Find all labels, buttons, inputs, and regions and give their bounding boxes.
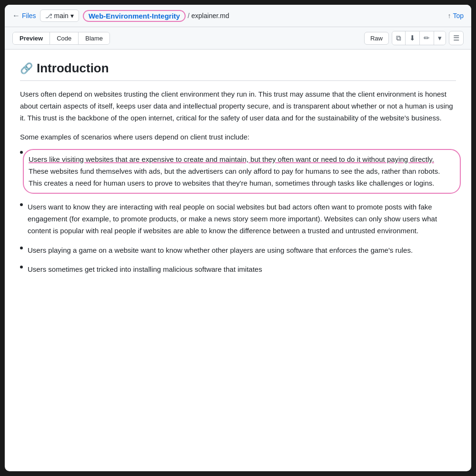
branch-dropdown-icon: ▾ bbox=[70, 12, 74, 20]
breadcrumb: Web-Environment-Integrity / explainer.md bbox=[83, 10, 444, 22]
intro-paragraph: Users often depend on websites trusting … bbox=[20, 89, 456, 124]
download-button[interactable]: ⬇ bbox=[406, 31, 420, 45]
file-content: 🔗 Introduction Users often depend on web… bbox=[5, 50, 471, 295]
heading-text: Introduction bbox=[37, 61, 109, 76]
list-intro-text: Some examples of scenarios where users d… bbox=[20, 131, 456, 143]
tab-preview[interactable]: Preview bbox=[13, 32, 50, 44]
bullet-icon bbox=[20, 266, 23, 268]
list-item: Users like visiting websites that are ex… bbox=[20, 149, 456, 194]
files-label: Files bbox=[22, 12, 36, 20]
list-item-text: Users playing a game on a website want t… bbox=[28, 245, 413, 257]
bullet-icon bbox=[20, 203, 23, 206]
edit-dropdown-button[interactable]: ▾ bbox=[434, 31, 446, 45]
bullet-icon bbox=[20, 247, 23, 249]
branch-selector[interactable]: ⎇ main ▾ bbox=[40, 10, 79, 22]
edit-button[interactable]: ✏ bbox=[420, 31, 434, 45]
copy-button[interactable]: ⧉ bbox=[392, 31, 406, 45]
highlighted-text: Users like visiting websites that are ex… bbox=[29, 155, 434, 163]
tab-code[interactable]: Code bbox=[50, 32, 79, 44]
toolbar-actions: Raw ⧉ ⬇ ✏ ▾ ☰ bbox=[364, 31, 464, 45]
menu-button[interactable]: ☰ bbox=[449, 31, 464, 45]
heading-link-icon: 🔗 bbox=[20, 62, 33, 75]
file-action-buttons: ⧉ ⬇ ✏ ▾ bbox=[392, 31, 446, 45]
branch-name: main bbox=[54, 12, 69, 20]
list-item: Users want to know they are interacting … bbox=[20, 201, 456, 237]
repo-name-link[interactable]: Web-Environment-Integrity bbox=[83, 10, 186, 22]
section-heading: 🔗 Introduction bbox=[20, 61, 456, 81]
top-nav: ← Files ⎇ main ▾ Web-Environment-Integri… bbox=[5, 5, 471, 27]
branch-icon: ⎇ bbox=[45, 12, 52, 20]
browser-window: ← Files ⎇ main ▾ Web-Environment-Integri… bbox=[5, 5, 471, 471]
annotated-list-item-text: Users like visiting websites that are ex… bbox=[23, 149, 461, 194]
bullet-icon bbox=[20, 151, 23, 154]
path-separator: / bbox=[188, 12, 189, 20]
list-item: Users playing a game on a website want t… bbox=[20, 245, 456, 257]
list-item-text: Users want to know they are interacting … bbox=[28, 201, 456, 237]
tab-blame[interactable]: Blame bbox=[79, 32, 109, 44]
list-item-text-highlighted: Users like visiting websites that are ex… bbox=[29, 155, 440, 187]
back-to-files[interactable]: ← Files bbox=[12, 11, 36, 20]
raw-button[interactable]: Raw bbox=[364, 32, 389, 45]
list-item: Users sometimes get tricked into install… bbox=[20, 264, 456, 276]
top-arrow-icon: ↑ bbox=[447, 12, 451, 20]
file-name: explainer.md bbox=[191, 12, 229, 20]
list-item-text: Users sometimes get tricked into install… bbox=[28, 264, 262, 276]
back-arrow-icon: ← bbox=[12, 11, 20, 20]
view-tabs: Preview Code Blame bbox=[12, 32, 110, 45]
examples-list: Users like visiting websites that are ex… bbox=[20, 149, 456, 276]
top-link[interactable]: ↑ Top bbox=[447, 12, 464, 20]
top-label: Top bbox=[453, 12, 464, 20]
file-toolbar: Preview Code Blame Raw ⧉ ⬇ ✏ ▾ ☰ bbox=[5, 27, 471, 50]
